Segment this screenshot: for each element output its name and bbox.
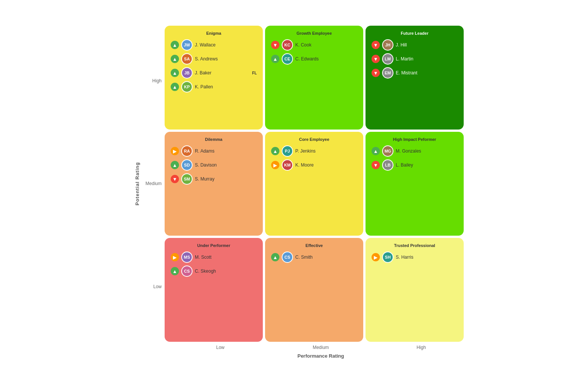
avatar: MG [382, 145, 393, 157]
y-tick: Low [153, 284, 162, 289]
avatar: KC [282, 39, 293, 51]
trend-up-icon: ▲ [271, 55, 279, 63]
trend-down-icon: ▼ [171, 175, 179, 183]
employee-name: L. Martin [396, 56, 413, 62]
trend-up-icon: ▲ [271, 253, 279, 261]
trend-down-icon: ▼ [372, 161, 380, 169]
employee-row: ▶ SH S. Harris [372, 252, 458, 263]
cell-title-growth: Growth Employee [271, 31, 357, 35]
avatar: JH [382, 39, 393, 51]
employee-row: ▶ MS M. Scott [171, 252, 257, 263]
avatar: SH [382, 252, 393, 263]
employee-name: L. Bailey [396, 162, 413, 168]
cell-title-core: Core Employee [271, 137, 357, 142]
employee-row: ▲ SD S. Davison [171, 159, 257, 171]
avatar: KM [282, 159, 293, 171]
employee-row: ▶ KM K. Moore [271, 159, 357, 171]
employee-row: ▲ JB J. Baker FL [171, 67, 257, 79]
avatar: CS [282, 252, 293, 263]
cell-core: Core Employee ▲ PJ P. Jenkins ▶ KM K. Mo… [265, 132, 363, 236]
avatar: SA [181, 53, 193, 65]
trend-up-icon: ▲ [171, 69, 179, 77]
employee-row: ▼ LM L. Martin [372, 53, 458, 65]
avatar: SD [181, 159, 193, 171]
x-axis-label: Performance Rating [298, 353, 344, 359]
y-tick: Medium [145, 181, 162, 186]
employee-name: R. Adams [195, 148, 214, 154]
x-ticks: LowMediumHigh [170, 345, 472, 350]
employee-name: E. Mistrant [396, 70, 417, 76]
employee-name: K. Cook [295, 42, 312, 48]
trend-up-icon: ▲ [372, 147, 380, 155]
employee-row: ▲ CE C. Edwards [271, 53, 357, 65]
x-axis-area: LowMediumHigh Performance Rating [170, 342, 472, 359]
avatar: SM [181, 173, 193, 185]
x-tick: High [372, 345, 470, 350]
y-axis-ticks: HighMediumLow [144, 26, 165, 342]
avatar: CS [181, 265, 193, 277]
cell-title-high-impact: High Impact Peformer [372, 137, 458, 142]
employee-row: ▲ JW J. Wallace [171, 39, 257, 51]
cell-title-enigma: Enigma [171, 31, 257, 35]
cell-effective: Effective ▲ CS C. Smith [265, 238, 363, 342]
trend-up-icon: ▲ [171, 41, 179, 49]
employee-row: ▼ EM E. Mistrant [372, 67, 458, 79]
trend-up-icon: ▲ [171, 83, 179, 91]
employee-row: ▲ CS C. Skeogh [171, 265, 257, 277]
cell-trusted: Trusted Professional ▶ SH S. Harris [366, 238, 464, 342]
employee-name: K. Pallen [195, 84, 213, 90]
trend-right-icon: ▶ [372, 253, 380, 261]
employee-row: ▼ LB L. Bailey [372, 159, 458, 171]
employee-row: ▲ SA S. Andrews [171, 53, 257, 65]
avatar: JW [181, 39, 193, 51]
trend-right-icon: ▶ [171, 253, 179, 261]
nine-box-grid: Enigma ▲ JW J. Wallace ▲ SA S. Andrews ▲… [165, 26, 464, 342]
nine-box-chart: Potential Rating HighMediumLow Enigma ▲ … [97, 11, 487, 381]
employee-name: P. Jenkins [295, 148, 316, 154]
cell-title-dilemma: Dilemma [171, 137, 257, 142]
trend-down-icon: ▼ [372, 69, 380, 77]
employee-name: C. Edwards [295, 56, 319, 62]
avatar: EM [382, 67, 393, 79]
x-tick: Low [171, 345, 270, 350]
trend-up-icon: ▲ [171, 55, 179, 63]
cell-high-impact: High Impact Peformer ▲ MG M. Gonzales ▼ … [366, 132, 464, 236]
employee-name: S. Davison [195, 162, 217, 168]
cell-under: Under Performer ▶ MS M. Scott ▲ CS C. Sk… [165, 238, 263, 342]
avatar: LB [382, 159, 393, 171]
avatar: MS [181, 252, 193, 263]
avatar: KP [181, 81, 193, 93]
employee-name: M. Scott [195, 255, 211, 260]
avatar: PJ [282, 145, 293, 157]
employee-row: ▲ MG M. Gonzales [372, 145, 458, 157]
trend-down-icon: ▼ [271, 41, 279, 49]
employee-name: J. Wallace [195, 42, 216, 48]
x-tick: Medium [272, 345, 370, 350]
trend-up-icon: ▲ [171, 267, 179, 275]
avatar: RA [181, 145, 193, 157]
employee-row: ▲ CS C. Smith [271, 252, 357, 263]
employee-name: S. Harris [396, 255, 413, 260]
cell-title-effective: Effective [271, 243, 357, 248]
trend-up-icon: ▲ [271, 147, 279, 155]
cell-growth: Growth Employee ▼ KC K. Cook ▲ CE C. Edw… [265, 26, 363, 130]
employee-name: S. Andrews [195, 56, 218, 62]
cell-title-future: Future Leader [372, 31, 458, 35]
cell-future: Future Leader ▼ JH J. Hill ▼ LM L. Marti… [366, 26, 464, 130]
employee-row: ▶ RA R. Adams [171, 145, 257, 157]
trend-right-icon: ▶ [271, 161, 279, 169]
cell-enigma: Enigma ▲ JW J. Wallace ▲ SA S. Andrews ▲… [165, 26, 263, 130]
y-axis-label: Potential Rating [134, 26, 140, 342]
avatar: JB [181, 67, 193, 79]
cell-dilemma: Dilemma ▶ RA R. Adams ▲ SD S. Davison ▼ … [165, 132, 263, 236]
trend-down-icon: ▼ [372, 41, 380, 49]
employee-name: C. Smith [295, 255, 313, 260]
y-tick: High [152, 78, 162, 83]
trend-up-icon: ▲ [171, 161, 179, 169]
employee-name: M. Gonzales [396, 148, 421, 154]
trend-down-icon: ▼ [372, 55, 380, 63]
employee-name: J. Baker [195, 70, 211, 76]
employee-name: C. Skeogh [195, 269, 216, 274]
cell-title-under: Under Performer [171, 243, 257, 248]
employee-name: J. Hill [396, 42, 407, 48]
